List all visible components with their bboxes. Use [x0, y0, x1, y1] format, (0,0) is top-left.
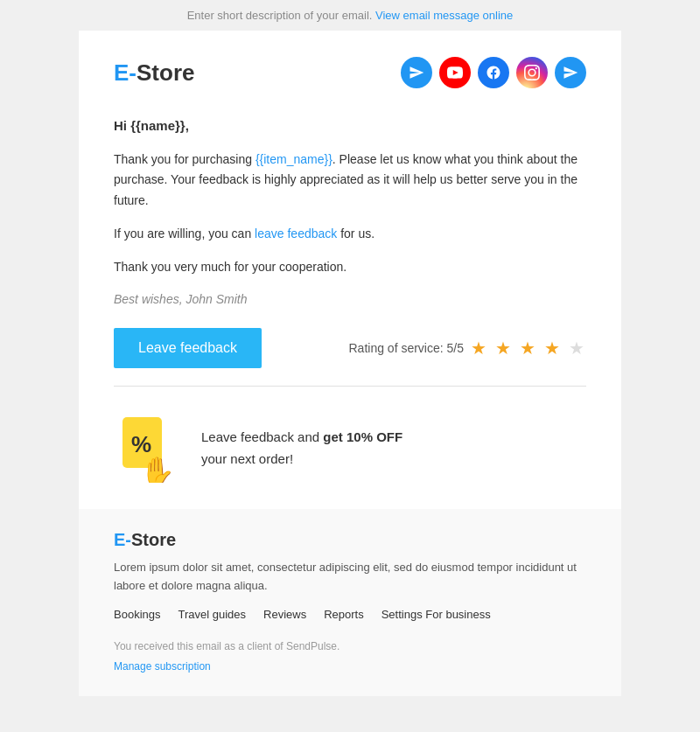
action-row: Leave feedback Rating of service: 5/5 ★ … [114, 328, 586, 368]
footer-logo: E-Store [114, 530, 586, 550]
footer-nav-settings[interactable]: Settings For business [382, 608, 491, 621]
paragraph1: Thank you for purchasing {{item_name}}. … [114, 150, 586, 212]
footer-nav-bookings[interactable]: Bookings [114, 608, 160, 621]
paragraph2: If you are willing, you can leave feedba… [114, 224, 586, 245]
footer-nav-travel-guides[interactable]: Travel guides [178, 608, 246, 621]
footer-nav: Bookings Travel guides Reviews Reports S… [114, 608, 586, 621]
star-1: ★ [471, 338, 488, 359]
rating-text: Rating of service: 5/5 [348, 341, 464, 355]
star-5: ★ [569, 338, 586, 359]
item-name-variable: {{item_name}} [256, 152, 332, 166]
greeting: Hi {{name}}, [114, 115, 586, 137]
svg-text:✋: ✋ [140, 455, 175, 483]
leave-feedback-inline-link[interactable]: leave feedback [255, 227, 337, 241]
email-body: Hi {{name}}, Thank you for purchasing {{… [114, 115, 586, 310]
rating-section: Rating of service: 5/5 ★ ★ ★ ★ ★ [348, 338, 586, 359]
discount-svg: % ✋ [114, 413, 184, 483]
paragraph1-pre: Thank you for purchasing [114, 152, 256, 166]
facebook-icon[interactable] [478, 57, 509, 88]
signature: Best wishes, John Smith [114, 289, 586, 310]
promo-text: Leave feedback and get 10% OFF your next… [201, 426, 402, 471]
star-3: ★ [520, 338, 537, 359]
email-container: E-Store Hi {{name}}, Thank you for purch… [79, 31, 621, 509]
footer-bottom: You received this email as a client of S… [114, 638, 586, 675]
promo-section: % ✋ Leave feedback and get 10% OFF your … [114, 404, 586, 509]
manage-subscription-link[interactable]: Manage subscription [114, 659, 586, 675]
telegram-icon[interactable] [401, 57, 432, 88]
paragraph3: Thank you very much for your cooperation… [114, 257, 586, 278]
promo-highlight: get 10% OFF [323, 429, 402, 444]
footer-description: Lorem ipsum dolor sit amet, consectetur … [114, 559, 586, 596]
discount-icon: % ✋ [114, 413, 184, 483]
paragraph2-pre: If you are willing, you can [114, 227, 255, 241]
top-bar-description: Enter short description of your email. [187, 9, 373, 22]
footer-logo-rest: Store [131, 530, 176, 549]
unsubscribe-text: You received this email as a client of S… [114, 640, 340, 652]
telegram2-icon[interactable] [555, 57, 586, 88]
logo-e: E- [114, 59, 136, 86]
footer: E-Store Lorem ipsum dolor sit amet, cons… [79, 509, 621, 696]
divider [114, 386, 586, 387]
youtube-icon[interactable] [439, 57, 471, 88]
view-email-link[interactable]: View email message online [375, 9, 513, 22]
email-header: E-Store [114, 57, 586, 88]
social-icons [401, 57, 586, 88]
promo-pre: Leave feedback and [201, 429, 323, 444]
star-2: ★ [495, 338, 513, 359]
logo: E-Store [114, 59, 194, 87]
paragraph2-post: for us. [337, 227, 374, 241]
leave-feedback-button[interactable]: Leave feedback [114, 328, 262, 368]
footer-nav-reports[interactable]: Reports [324, 608, 364, 621]
footer-logo-e: E- [114, 530, 131, 549]
top-bar: Enter short description of your email. V… [0, 0, 700, 31]
footer-nav-reviews[interactable]: Reviews [263, 608, 306, 621]
logo-rest: Store [136, 59, 194, 86]
promo-post: your next order! [201, 451, 293, 466]
star-4: ★ [544, 338, 562, 359]
svg-text:%: % [131, 431, 151, 457]
instagram-icon[interactable] [516, 57, 548, 88]
